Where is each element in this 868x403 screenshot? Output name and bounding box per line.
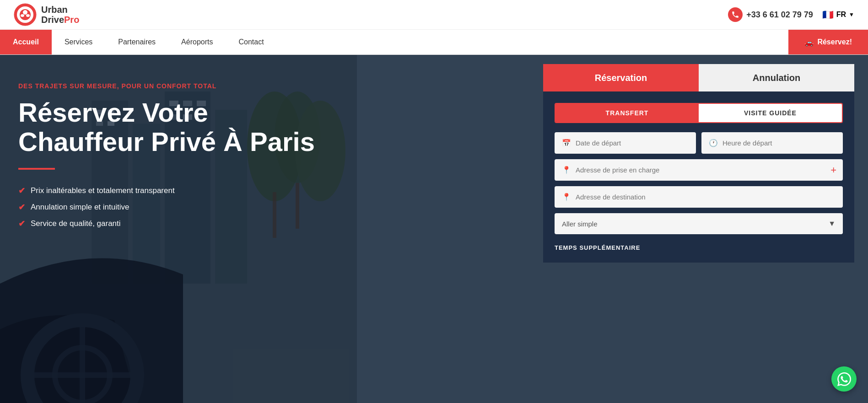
time-input[interactable] (722, 139, 836, 147)
nav-item-services[interactable]: Services (52, 30, 105, 54)
hero-content: DES TRAJETS SUR MESURE, POUR UN CONFORT … (18, 82, 339, 229)
top-right-area: +33 6 61 02 79 79 🇫🇷 FR ▼ (728, 7, 854, 22)
time-field[interactable]: 🕐 (701, 132, 843, 154)
feature-text-2: Annulation simple et intuitive (31, 203, 129, 212)
feature-3: ✔ Service de qualité, garanti (18, 219, 339, 229)
destination-input[interactable] (576, 193, 836, 201)
feature-text-3: Service de qualité, garanti (31, 219, 121, 228)
language-selector[interactable]: 🇫🇷 FR ▼ (822, 9, 854, 20)
nav-bar: Accueil Services Partenaires Aéroports C… (0, 30, 868, 55)
phone-area[interactable]: +33 6 61 02 79 79 (728, 7, 813, 22)
check-icon-2: ✔ (18, 202, 25, 212)
svg-point-4 (21, 14, 24, 17)
check-icon-1: ✔ (18, 186, 25, 196)
booking-panel: Réservation Annulation TRANSFERT VISITE … (543, 64, 854, 263)
location-icon-dest: 📍 (562, 193, 571, 201)
nav-item-partenaires[interactable]: Partenaires (105, 30, 168, 54)
flag-icon: 🇫🇷 (822, 9, 834, 20)
hero-section: DES TRAJETS SUR MESURE, POUR UN CONFORT … (0, 55, 868, 403)
logo-icon (14, 3, 37, 26)
whatsapp-icon (837, 372, 851, 386)
hero-title-line2: Chauffeur Privé À Paris (18, 127, 315, 156)
feature-text-1: Prix inaltérables et totalement transpar… (31, 186, 175, 195)
hero-divider (18, 168, 55, 170)
date-input[interactable] (576, 139, 689, 147)
date-field[interactable]: 📅 (555, 132, 696, 154)
add-stop-button[interactable]: + (830, 164, 836, 176)
pickup-input[interactable] (576, 166, 836, 174)
svg-point-5 (26, 14, 30, 17)
nav-item-aeroports[interactable]: Aéroports (168, 30, 226, 54)
service-tabs: TRANSFERT VISITE GUIDÉE (555, 103, 843, 123)
reservez-label: Réservez! (817, 38, 852, 46)
location-icon-pickup: 📍 (562, 166, 571, 174)
hero-title-line1: Réservez Votre (18, 97, 208, 127)
phone-number: +33 6 61 02 79 79 (746, 10, 813, 20)
chevron-down-icon: ▼ (849, 11, 854, 18)
booking-body: TRANSFERT VISITE GUIDÉE 📅 🕐 📍 + (543, 91, 854, 263)
whatsapp-button[interactable] (831, 366, 857, 392)
date-time-row: 📅 🕐 (555, 132, 843, 154)
tab-annulation[interactable]: Annulation (699, 64, 854, 91)
logo-text: Urban DrivePro (41, 5, 79, 25)
nav-items: Accueil Services Partenaires Aéroports C… (0, 30, 788, 54)
hero-features: ✔ Prix inaltérables et totalement transp… (18, 186, 339, 229)
check-icon-3: ✔ (18, 219, 25, 229)
calendar-icon: 📅 (562, 139, 571, 147)
hero-tagline: DES TRAJETS SUR MESURE, POUR UN CONFORT … (18, 82, 339, 90)
reservez-button[interactable]: 🚗 Réservez! (788, 30, 868, 54)
service-tab-transfert[interactable]: TRANSFERT (555, 104, 699, 122)
booking-tabs: Réservation Annulation (543, 64, 854, 91)
reservez-icon: 🚗 (804, 38, 814, 47)
lang-label: FR (836, 11, 846, 19)
logo[interactable]: Urban DrivePro (14, 3, 79, 26)
trip-type-select[interactable]: Aller simple ▼ (555, 213, 843, 234)
destination-field[interactable]: 📍 (555, 186, 843, 208)
nav-item-contact[interactable]: Contact (226, 30, 276, 54)
nav-item-accueil[interactable]: Accueil (0, 30, 52, 54)
trip-type-value: Aller simple (562, 220, 598, 228)
feature-1: ✔ Prix inaltérables et totalement transp… (18, 186, 339, 196)
feature-2: ✔ Annulation simple et intuitive (18, 202, 339, 212)
phone-icon (728, 7, 743, 22)
svg-point-3 (23, 10, 27, 15)
pickup-field[interactable]: 📍 + (555, 159, 843, 181)
service-tab-visite[interactable]: VISITE GUIDÉE (699, 104, 842, 122)
tab-reservation[interactable]: Réservation (543, 64, 699, 91)
clock-icon: 🕐 (709, 139, 718, 147)
top-bar: Urban DrivePro +33 6 61 02 79 79 🇫🇷 FR ▼ (0, 0, 868, 30)
extra-time-label: TEMPS SUPPLÉMENTAIRE (555, 240, 843, 253)
hero-title: Réservez Votre Chauffeur Privé À Paris (18, 98, 339, 156)
chevron-down-icon: ▼ (828, 220, 836, 228)
